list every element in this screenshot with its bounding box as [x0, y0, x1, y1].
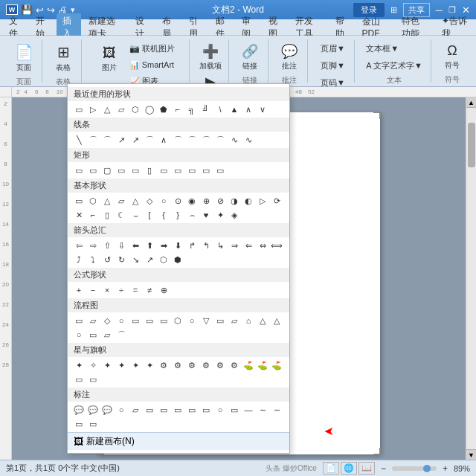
- shape-item[interactable]: ▭: [72, 164, 86, 177]
- shape-item[interactable]: ✦: [100, 358, 114, 372]
- shape-item[interactable]: ○: [115, 314, 128, 327]
- zoom-in-btn[interactable]: +: [443, 463, 448, 474]
- shape-item[interactable]: ⇩: [115, 239, 128, 252]
- shape-item[interactable]: ▷: [256, 194, 269, 208]
- shape-item[interactable]: ≠: [143, 283, 156, 297]
- shape-item[interactable]: ▭: [171, 403, 184, 416]
- shape-item[interactable]: ⇐: [242, 239, 255, 252]
- shape-item[interactable]: ▭: [157, 314, 170, 327]
- shape-item[interactable]: [: [143, 208, 156, 222]
- symbol-btn[interactable]: Ω 符号: [439, 41, 466, 73]
- shape-item[interactable]: ▭: [72, 194, 86, 208]
- shape-item[interactable]: ∼: [270, 403, 283, 416]
- shape-item[interactable]: ╲: [72, 133, 86, 147]
- shape-item[interactable]: ▯: [100, 208, 114, 222]
- shape-item[interactable]: ✦: [143, 358, 156, 372]
- shape-item[interactable]: ⊘: [213, 194, 227, 208]
- shape-item[interactable]: ▭: [72, 373, 86, 386]
- shape-item[interactable]: ✦: [115, 358, 128, 372]
- shape-item[interactable]: ◉: [185, 194, 199, 208]
- shape-item[interactable]: ⬡: [171, 314, 184, 327]
- shape-item[interactable]: ╗: [185, 103, 199, 116]
- scrollbar-vertical[interactable]: ▲ ▼: [466, 97, 476, 460]
- shape-item[interactable]: }: [171, 208, 184, 222]
- shape-item[interactable]: ➡: [157, 239, 170, 252]
- smartart-btn[interactable]: 📊 SmartArt: [126, 58, 178, 72]
- shape-item[interactable]: ▭: [143, 403, 156, 416]
- shape-item[interactable]: ⌒: [115, 328, 128, 341]
- shape-item[interactable]: ▭: [143, 314, 156, 327]
- scroll-up-btn[interactable]: ▲: [466, 97, 477, 108]
- shape-item[interactable]: ⊕: [199, 194, 213, 208]
- shape-item[interactable]: ○: [72, 328, 86, 341]
- shape-item[interactable]: ⤴: [72, 253, 86, 266]
- web-view-btn[interactable]: 🌐: [341, 462, 357, 475]
- shape-item[interactable]: ⌣: [129, 208, 142, 222]
- shape-item[interactable]: ◯: [143, 103, 156, 116]
- shape-item[interactable]: △: [270, 314, 283, 327]
- shape-item[interactable]: ↳: [213, 239, 227, 252]
- shape-item[interactable]: ▢: [100, 164, 114, 177]
- shape-item[interactable]: ⇨: [86, 239, 100, 252]
- shape-item[interactable]: ⚙: [199, 358, 213, 372]
- shape-item[interactable]: ⌒: [213, 133, 227, 147]
- shape-item[interactable]: ↘: [129, 253, 142, 266]
- shape-item[interactable]: ▭: [213, 164, 227, 177]
- shape-item[interactable]: △: [100, 103, 114, 116]
- shape-item[interactable]: ▱: [86, 314, 100, 327]
- shape-item[interactable]: ▱: [115, 194, 128, 208]
- zoom-slider[interactable]: [392, 466, 437, 471]
- shape-item[interactable]: ⌒: [143, 133, 156, 147]
- shape-item[interactable]: ◈: [228, 208, 241, 222]
- shape-item[interactable]: ▭: [86, 373, 100, 386]
- shape-item[interactable]: ⚙: [185, 358, 199, 372]
- header-btn[interactable]: 页眉▼: [317, 41, 349, 57]
- shape-item[interactable]: ⛳: [242, 358, 255, 372]
- shape-item[interactable]: ○: [185, 314, 199, 327]
- shape-item[interactable]: ▲: [228, 103, 241, 116]
- shape-item[interactable]: ⟺: [270, 239, 283, 252]
- shape-item[interactable]: ⇔: [256, 239, 269, 252]
- shape-item[interactable]: ⬡: [157, 253, 170, 266]
- shape-item[interactable]: △: [100, 194, 114, 208]
- shape-item[interactable]: ↗: [129, 133, 142, 147]
- shape-item[interactable]: ↗: [143, 253, 156, 266]
- shape-item[interactable]: ▭: [171, 164, 184, 177]
- shape-item[interactable]: ⬢: [171, 253, 184, 266]
- shape-item[interactable]: ⚙: [157, 358, 170, 372]
- shape-item[interactable]: ✦: [129, 358, 142, 372]
- shape-item[interactable]: ⟳: [270, 194, 283, 208]
- footer-btn[interactable]: 页脚▼: [317, 58, 349, 74]
- shape-item[interactable]: −: [86, 283, 100, 297]
- shape-item[interactable]: ✦: [72, 358, 86, 372]
- scrollbar-thumb[interactable]: [468, 123, 475, 167]
- shape-item[interactable]: ▭: [72, 417, 86, 431]
- shape-item[interactable]: ▭: [213, 314, 227, 327]
- shape-item[interactable]: ▷: [86, 103, 100, 116]
- shape-item[interactable]: —: [242, 403, 255, 416]
- shape-item[interactable]: ↰: [199, 239, 213, 252]
- shape-item[interactable]: ⌢: [185, 208, 199, 222]
- shape-item[interactable]: ◑: [228, 194, 241, 208]
- shape-item[interactable]: ▭: [185, 403, 199, 416]
- shape-item[interactable]: ∧: [157, 133, 170, 147]
- shape-item[interactable]: ▱: [129, 403, 142, 416]
- shape-item[interactable]: △: [256, 314, 269, 327]
- read-view-btn[interactable]: 📖: [358, 462, 375, 475]
- shape-item[interactable]: ∧: [242, 103, 255, 116]
- shape-item[interactable]: ∿: [242, 133, 255, 147]
- shape-item[interactable]: ↺: [100, 253, 114, 266]
- shape-item[interactable]: ⌐: [86, 208, 100, 222]
- shape-item[interactable]: ⌐: [171, 103, 184, 116]
- shape-item[interactable]: =: [129, 283, 142, 297]
- table-btn[interactable]: ⊞ 表格: [50, 41, 77, 75]
- shape-item[interactable]: 💬: [100, 403, 114, 416]
- textbox-btn[interactable]: 文本框▼: [362, 41, 426, 57]
- shape-item[interactable]: ╝: [199, 103, 213, 116]
- shape-item[interactable]: ○: [157, 194, 170, 208]
- shape-item[interactable]: ✕: [72, 208, 86, 222]
- shape-item[interactable]: ⌒: [86, 133, 100, 147]
- shape-item[interactable]: ▭: [129, 314, 142, 327]
- shape-item[interactable]: 💬: [86, 403, 100, 416]
- shape-item[interactable]: ↗: [115, 133, 128, 147]
